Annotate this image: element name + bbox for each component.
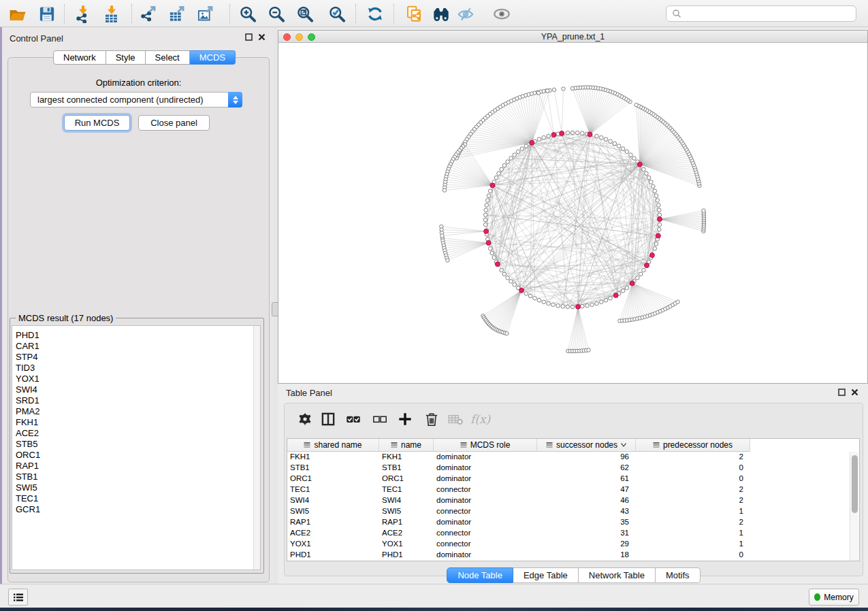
graph-node[interactable]: [656, 203, 660, 208]
open-file-icon[interactable]: [8, 5, 27, 23]
graph-leaf-node[interactable]: [562, 87, 565, 90]
graph-hub-node[interactable]: [658, 217, 662, 222]
tab-select[interactable]: Select: [146, 50, 190, 65]
table-scrollbar[interactable]: [850, 452, 858, 561]
graph-node[interactable]: [533, 297, 537, 301]
graph-node[interactable]: [537, 299, 541, 303]
graph-node[interactable]: [502, 163, 507, 167]
clone-network-icon[interactable]: [404, 5, 423, 23]
tab-style[interactable]: Style: [106, 50, 146, 65]
graph-hub-node[interactable]: [576, 304, 581, 309]
graph-node[interactable]: [654, 242, 658, 246]
close-panel-icon[interactable]: [258, 33, 266, 41]
list-item[interactable]: YOX1: [16, 374, 40, 384]
refresh-icon[interactable]: [366, 5, 385, 23]
delete-icon[interactable]: [423, 410, 440, 428]
graph-node[interactable]: [653, 189, 657, 193]
graph-node[interactable]: [595, 134, 599, 138]
graph-node[interactable]: [657, 208, 661, 212]
graph-node[interactable]: [492, 256, 496, 260]
graph-node[interactable]: [652, 184, 656, 188]
table-scrollbar-thumb[interactable]: [852, 455, 858, 513]
show-hide-icon[interactable]: [456, 5, 475, 23]
graph-node[interactable]: [500, 167, 504, 171]
list-item[interactable]: PHD1: [16, 330, 40, 341]
column-header-name[interactable]: name: [379, 439, 434, 452]
table-row[interactable]: PHD1PHD1dominator180: [287, 550, 750, 561]
graph-leaf-node[interactable]: [676, 300, 679, 303]
graph-node[interactable]: [520, 147, 524, 151]
graph-node[interactable]: [645, 171, 649, 176]
graph-hub-node[interactable]: [649, 253, 654, 258]
graph-node[interactable]: [566, 131, 570, 135]
first-neighbors-icon[interactable]: [432, 5, 451, 23]
list-item[interactable]: SWI4: [16, 384, 40, 395]
list-item[interactable]: SRD1: [16, 395, 40, 406]
export-table-icon[interactable]: [167, 5, 187, 23]
graph-node[interactable]: [488, 189, 492, 193]
table-row[interactable]: SWI5SWI5connector431: [287, 506, 750, 517]
graph-leaf-node[interactable]: [587, 348, 590, 352]
graph-node[interactable]: [621, 147, 625, 151]
graph-leaf-node[interactable]: [446, 259, 449, 262]
graph-node[interactable]: [513, 283, 517, 287]
graph-node[interactable]: [483, 218, 487, 222]
graph-node[interactable]: [658, 222, 662, 227]
graph-node[interactable]: [595, 301, 599, 306]
graph-node[interactable]: [653, 247, 657, 251]
graph-node[interactable]: [649, 180, 654, 184]
graph-hub-node[interactable]: [519, 288, 524, 293]
list-item[interactable]: STB1: [16, 472, 40, 482]
table-row[interactable]: SWI4SWI4dominator462: [287, 495, 750, 506]
list-item[interactable]: STP4: [16, 352, 40, 363]
graph-node[interactable]: [581, 304, 585, 308]
import-network-icon[interactable]: [74, 5, 93, 23]
graph-hub-node[interactable]: [630, 281, 634, 286]
search-input[interactable]: [666, 5, 856, 22]
graph-hub-node[interactable]: [637, 162, 642, 167]
tab-node-table[interactable]: Node Table: [447, 567, 513, 583]
graph-node[interactable]: [516, 150, 520, 154]
table-row[interactable]: YOX1YOX1connector291: [287, 539, 750, 550]
graph-leaf-node[interactable]: [536, 91, 540, 95]
graph-hub-node[interactable]: [656, 233, 660, 238]
graph-node[interactable]: [658, 213, 662, 217]
graph-node[interactable]: [547, 301, 551, 306]
list-item[interactable]: ACE2: [16, 428, 40, 439]
graph-node[interactable]: [642, 167, 646, 171]
graph-node[interactable]: [487, 194, 491, 198]
table-row[interactable]: ACE2ACE2connector311: [287, 528, 750, 539]
zoom-fit-icon[interactable]: [295, 5, 315, 23]
column-header-predecessor-nodes[interactable]: predecessor nodes: [636, 439, 750, 452]
network-graph[interactable]: [278, 43, 867, 383]
graph-node[interactable]: [524, 144, 528, 148]
graph-node[interactable]: [485, 203, 489, 208]
graph-node[interactable]: [632, 156, 637, 161]
graph-node[interactable]: [509, 156, 513, 161]
tab-edge-table[interactable]: Edge Table: [513, 567, 579, 583]
list-item[interactable]: FKH1: [16, 417, 40, 428]
graph-node[interactable]: [488, 247, 492, 251]
tab-mcds[interactable]: MCDS: [190, 50, 236, 65]
graph-node[interactable]: [547, 134, 551, 138]
column-header-MCDS-role[interactable]: MCDS role: [434, 439, 537, 452]
graph-node[interactable]: [609, 139, 613, 144]
tab-network[interactable]: Network: [53, 50, 106, 65]
graph-node[interactable]: [654, 194, 658, 198]
graph-node[interactable]: [581, 131, 585, 135]
list-item[interactable]: RAP1: [16, 461, 40, 472]
graph-leaf-node[interactable]: [443, 188, 446, 192]
list-item[interactable]: TID3: [16, 363, 40, 374]
graph-node[interactable]: [639, 272, 643, 276]
graph-node[interactable]: [604, 299, 608, 303]
graph-node[interactable]: [621, 289, 625, 293]
list-item[interactable]: STB5: [16, 439, 40, 450]
graph-node[interactable]: [585, 303, 590, 308]
graph-node[interactable]: [506, 160, 510, 164]
show-columns-icon[interactable]: [319, 410, 337, 428]
import-table-icon[interactable]: [102, 5, 121, 23]
graph-hub-node[interactable]: [490, 183, 495, 188]
optimization-criterion-select[interactable]: largest connected component (undirected): [30, 92, 242, 108]
graph-node[interactable]: [542, 135, 546, 139]
memory-button[interactable]: Memory: [809, 589, 859, 606]
